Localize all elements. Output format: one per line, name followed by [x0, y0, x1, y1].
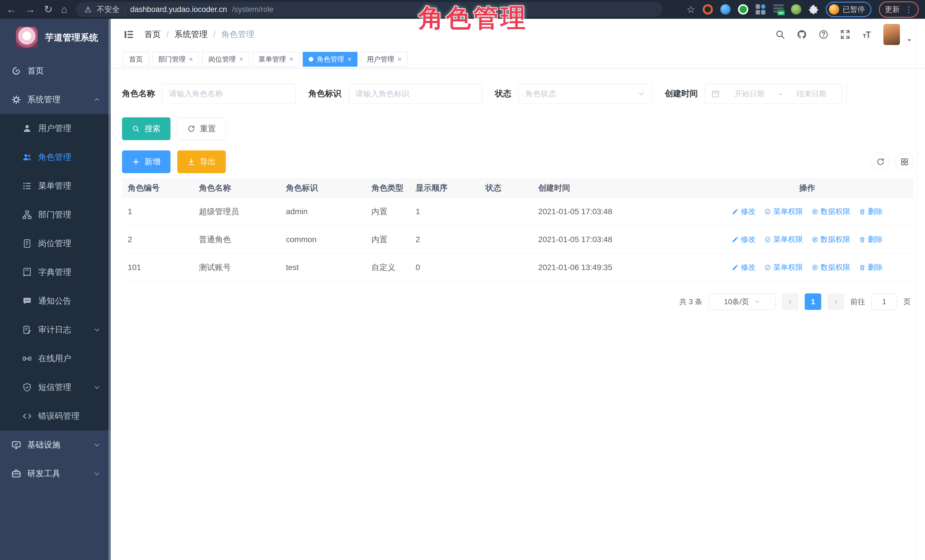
role-key-input[interactable] — [348, 84, 482, 104]
menu-permission-link[interactable]: 菜单权限 — [764, 262, 803, 272]
next-page-button[interactable]: › — [827, 293, 844, 310]
role-name-input[interactable] — [162, 84, 296, 104]
extension-icon[interactable] — [791, 4, 801, 15]
page-number-1[interactable]: 1 — [805, 293, 821, 310]
extension-icon[interactable] — [756, 4, 766, 15]
sidebar-item-dev-tools[interactable]: 研发工具 — [0, 459, 111, 488]
extension-icon[interactable]: on — [773, 4, 783, 15]
browser-menu-icon[interactable]: ⋮ — [905, 5, 913, 14]
sidebar-item-roles[interactable]: 角色管理 — [0, 143, 111, 171]
close-icon[interactable]: × — [189, 56, 193, 63]
bookmark-star-icon[interactable]: ☆ — [687, 4, 695, 15]
reset-button-label: 重置 — [200, 123, 216, 134]
trash-icon — [859, 208, 866, 215]
add-button[interactable]: 新增 — [122, 150, 170, 173]
menu-permission-link[interactable]: 菜单权限 — [764, 207, 803, 216]
close-icon[interactable]: × — [398, 56, 402, 63]
goto-label: 前往 — [850, 297, 865, 307]
edit-link[interactable]: 修改 — [732, 234, 756, 245]
column-header: 角色类型 — [366, 183, 410, 194]
sidebar-item-departments[interactable]: 部门管理 — [0, 200, 111, 229]
data-permission-link[interactable]: 数据权限 — [812, 207, 850, 216]
sidebar-item-label: 字典管理 — [38, 267, 71, 278]
caret-down-icon[interactable] — [906, 37, 913, 43]
breadcrumb: 首页 / 系统管理 / 角色管理 — [144, 29, 254, 40]
sidebar-item-online-users[interactable]: 在线用户 — [0, 344, 111, 373]
close-icon[interactable]: × — [239, 56, 243, 63]
data-permission-link[interactable]: 数据权限 — [812, 262, 850, 272]
browser-reload-icon[interactable]: ↻ — [44, 4, 53, 15]
extension-icon[interactable] — [720, 4, 731, 15]
delete-label: 删除 — [868, 234, 883, 245]
tab-roles[interactable]: 角色管理 × — [303, 52, 357, 67]
font-size-icon[interactable] — [862, 29, 872, 40]
sidebar-item-system[interactable]: 系统管理 — [0, 85, 111, 114]
browser-home-icon[interactable]: ⌂ — [61, 4, 67, 15]
export-button[interactable]: 导出 — [177, 150, 226, 173]
cell-role-type: 内置 — [366, 206, 410, 217]
add-button-label: 新增 — [145, 156, 160, 167]
sidebar-item-label: 角色管理 — [38, 152, 71, 163]
breadcrumb-system[interactable]: 系统管理 — [175, 29, 208, 40]
circle-check-icon — [764, 208, 771, 215]
status-select[interactable]: 角色状态 — [518, 84, 652, 104]
help-icon[interactable] — [818, 29, 829, 40]
date-range-picker[interactable]: 开始日期 - 结束日期 — [705, 84, 842, 104]
edit-link[interactable]: 修改 — [732, 207, 756, 216]
sidebar-item-menus[interactable]: 菜单管理 — [0, 171, 111, 200]
sidebar-item-home[interactable]: 首页 — [0, 56, 111, 85]
reset-button[interactable]: 重置 — [177, 117, 226, 140]
edit-label: 修改 — [741, 234, 756, 245]
table-row: 1 超级管理员 admin 内置 1 2021-01-05 17:03:48 修… — [122, 198, 914, 225]
address-bar[interactable]: ⚠ 不安全 dashboard.yudao.iocoder.cn/system/… — [76, 2, 663, 17]
prev-page-button[interactable]: ‹ — [782, 293, 798, 310]
delete-link[interactable]: 删除 — [859, 207, 883, 216]
hamburger-icon[interactable] — [123, 29, 134, 40]
sidebar-item-audit-log[interactable]: 审计日志 — [0, 315, 111, 344]
security-label: 不安全 — [96, 4, 120, 15]
tab-users[interactable]: 用户管理 × — [361, 52, 408, 67]
page-content: 角色名称 角色标识 状态 角色状态 创建时间 开始日期 - 结束日期 — [111, 68, 925, 310]
user-avatar[interactable] — [883, 24, 900, 45]
search-icon[interactable] — [775, 29, 785, 40]
edit-link[interactable]: 修改 — [732, 262, 756, 272]
fullscreen-icon[interactable] — [840, 29, 850, 40]
data-permission-label: 数据权限 — [821, 207, 850, 216]
tab-departments[interactable]: 部门管理 × — [152, 52, 199, 67]
tab-posts[interactable]: 岗位管理 × — [202, 52, 249, 67]
column-settings-button[interactable] — [895, 153, 914, 171]
refresh-table-button[interactable] — [871, 153, 890, 171]
cell-sort: 2 — [410, 235, 480, 244]
extension-icon[interactable] — [738, 4, 748, 15]
sidebar-item-notice[interactable]: 通知公告 — [0, 287, 111, 315]
sidebar-item-posts[interactable]: 岗位管理 — [0, 229, 111, 258]
breadcrumb-home[interactable]: 首页 — [144, 29, 161, 40]
tab-menus[interactable]: 菜单管理 × — [253, 52, 299, 67]
menu-permission-link[interactable]: 菜单权限 — [764, 234, 803, 245]
data-permission-link[interactable]: 数据权限 — [812, 234, 850, 245]
delete-link[interactable]: 删除 — [859, 234, 883, 245]
browser-update-button[interactable]: 更新 ⋮ — [879, 2, 919, 18]
app-logo-row[interactable]: 芋道管理系统 — [0, 19, 111, 56]
delete-link[interactable]: 删除 — [859, 262, 883, 272]
sidebar-item-users[interactable]: 用户管理 — [0, 114, 111, 143]
browser-back-icon[interactable]: ← — [6, 4, 17, 15]
browser-forward-icon[interactable]: → — [25, 4, 35, 15]
extension-icon[interactable] — [703, 4, 713, 15]
github-icon[interactable] — [797, 29, 807, 40]
search-button-label: 搜索 — [145, 123, 160, 134]
create-time-label: 创建时间 — [665, 88, 698, 99]
goto-page-input[interactable] — [871, 293, 897, 310]
sidebar-item-sms[interactable]: 短信管理 — [0, 373, 111, 402]
sidebar-item-dict[interactable]: 字典管理 — [0, 258, 111, 287]
close-icon[interactable]: × — [289, 56, 293, 63]
close-icon[interactable]: × — [348, 56, 351, 63]
tab-home[interactable]: 首页 — [123, 52, 149, 67]
sidebar-item-error-codes[interactable]: 错误码管理 — [0, 402, 111, 430]
sidebar-item-infrastructure[interactable]: 基础设施 — [0, 430, 111, 459]
extensions-puzzle-icon[interactable] — [809, 5, 818, 14]
page-size-select[interactable]: 10条/页 — [709, 293, 776, 310]
audit-log-icon — [22, 325, 32, 335]
browser-profile-chip[interactable]: 已暂停 — [826, 2, 871, 17]
search-button[interactable]: 搜索 — [122, 117, 170, 140]
